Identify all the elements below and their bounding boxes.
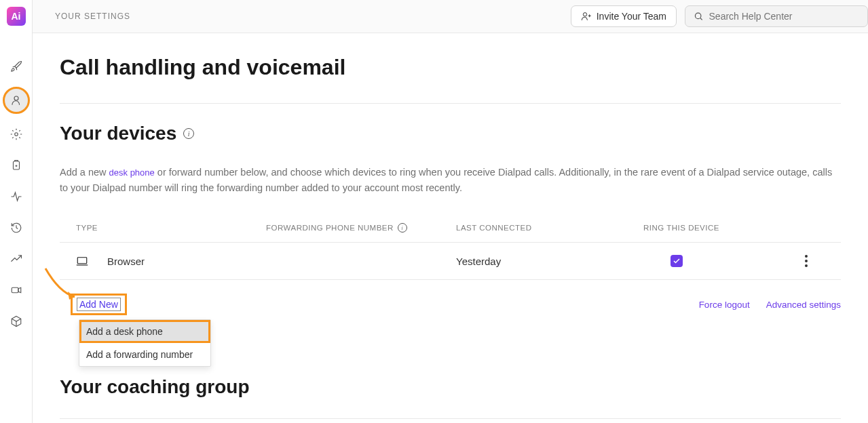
add-new-dropdown: Add a desk phone Add a forwarding number <box>79 319 211 367</box>
svg-point-5 <box>583 13 586 16</box>
trending-icon <box>10 253 22 265</box>
col-type: TYPE <box>76 223 266 233</box>
user-icon <box>10 94 22 106</box>
topbar: YOUR SETTINGS Invite Your Team <box>33 0 868 33</box>
actions-row: Add New Force logout Advanced settings <box>60 280 841 322</box>
svg-point-6 <box>695 13 700 18</box>
svg-rect-3 <box>12 287 18 293</box>
devices-title: Your devices <box>60 123 176 144</box>
desk-phone-link[interactable]: desk phone <box>109 167 155 178</box>
device-name: Browser <box>107 256 145 267</box>
search-box[interactable] <box>685 5 868 27</box>
breadcrumb: YOUR SETTINGS <box>55 12 130 21</box>
info-icon[interactable]: i <box>398 223 407 233</box>
sidebar-item-history[interactable] <box>5 217 27 239</box>
add-new-highlight: Add New <box>71 294 127 315</box>
svg-rect-8 <box>77 258 87 264</box>
gear-icon <box>10 128 22 140</box>
sidebar-item-package[interactable] <box>5 310 27 332</box>
search-icon <box>694 11 704 22</box>
sidebar-item-trending[interactable] <box>5 248 27 270</box>
laptop-icon <box>76 256 88 266</box>
sidebar: Ai <box>0 0 33 423</box>
activity-icon <box>10 190 22 203</box>
device-last-connected: Yesterday <box>456 256 643 267</box>
page-title: Call handling and voicemail <box>60 55 841 80</box>
sidebar-item-user[interactable] <box>3 87 30 114</box>
svg-point-0 <box>14 96 18 100</box>
col-ring: RING THIS DEVICE <box>643 223 793 233</box>
check-icon <box>673 257 681 265</box>
svg-line-7 <box>700 18 702 20</box>
add-new-button[interactable]: Add New <box>77 298 121 311</box>
clipboard-icon <box>10 159 22 172</box>
dropdown-add-forwarding-number[interactable]: Add a forwarding number <box>79 343 210 366</box>
sidebar-item-clipboard[interactable] <box>5 155 27 176</box>
dropdown-add-desk-phone[interactable]: Add a desk phone <box>79 320 210 343</box>
user-plus-icon <box>581 11 592 22</box>
sidebar-item-activity[interactable] <box>5 186 27 207</box>
info-icon[interactable]: i <box>183 128 194 139</box>
table-row: Browser Yesterday <box>60 243 841 280</box>
sidebar-item-settings[interactable] <box>5 123 27 145</box>
svg-marker-4 <box>18 287 21 293</box>
devices-description: Add a new desk phone or forward number b… <box>60 165 841 196</box>
search-input[interactable] <box>709 11 859 22</box>
row-more-menu[interactable] <box>805 255 808 267</box>
devices-table: TYPE FORWARDING PHONE NUMBERi LAST CONNE… <box>60 216 841 280</box>
invite-team-label: Invite Your Team <box>597 11 666 22</box>
svg-point-1 <box>14 133 18 136</box>
rocket-icon <box>10 60 22 73</box>
table-header: TYPE FORWARDING PHONE NUMBERi LAST CONNE… <box>60 216 841 243</box>
advanced-settings-link[interactable]: Advanced settings <box>766 300 841 310</box>
col-fwd: FORWARDING PHONE NUMBERi <box>266 223 456 233</box>
invite-team-button[interactable]: Invite Your Team <box>571 5 677 27</box>
ring-device-checkbox[interactable] <box>671 255 683 267</box>
app-logo[interactable]: Ai <box>7 7 26 26</box>
force-logout-link[interactable]: Force logout <box>699 300 750 310</box>
package-icon <box>10 315 22 327</box>
col-last: LAST CONNECTED <box>456 223 643 233</box>
sidebar-item-rocket[interactable] <box>5 56 27 77</box>
coaching-title: Your coaching group <box>60 376 841 398</box>
video-icon <box>10 284 22 296</box>
sidebar-item-video[interactable] <box>5 279 27 301</box>
history-icon <box>10 222 22 234</box>
